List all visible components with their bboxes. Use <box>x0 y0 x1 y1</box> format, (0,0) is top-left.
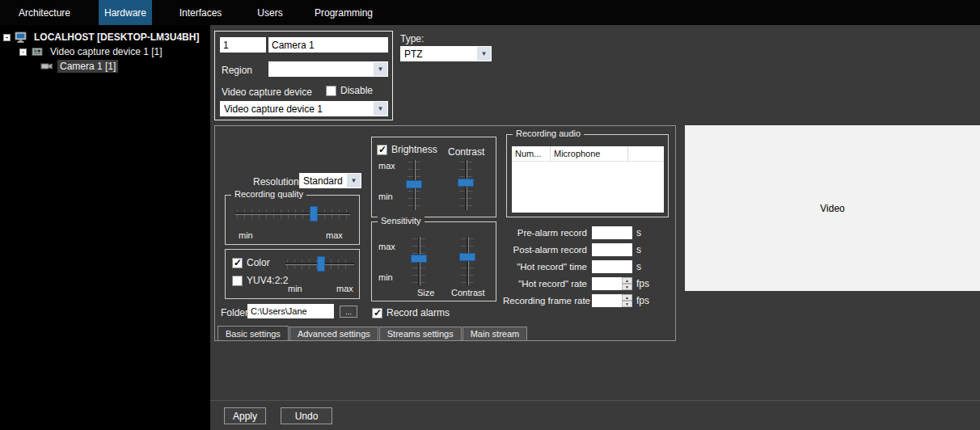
spinner: ▲▼ <box>622 277 632 290</box>
device-select-value: Video capture device 1 <box>224 103 323 115</box>
brightness-label: Brightness <box>391 144 437 155</box>
video-capture-device-label: Video capture device <box>222 86 312 98</box>
region-label: Region <box>222 65 252 76</box>
computer-icon <box>15 32 27 44</box>
color-group: Color YUV4:2:2 min max <box>225 249 360 299</box>
recording-audio-group: Recording audio Num... Microphone <box>506 134 669 217</box>
recording-frame-rate-label: Recording frame rate <box>503 296 589 306</box>
brightness-contrast-group: Brightness Contrast max min <box>371 137 496 217</box>
column-header-num[interactable]: Num... <box>512 146 551 161</box>
unit-label: fps <box>636 278 649 289</box>
chevron-down-icon: ▼ <box>374 62 387 76</box>
recording-quality-slider[interactable] <box>235 205 350 223</box>
recording-frame-rate-row: Recording frame rate ▲▼ fps <box>503 294 677 307</box>
settings-tab-strip: Basic settings Advanced settings Streams… <box>218 326 528 340</box>
recording-audio-table[interactable]: Num... Microphone <box>512 146 664 213</box>
nav-tab-architecture[interactable]: Architecture <box>0 0 89 25</box>
record-alarms-checkbox[interactable]: Record alarms <box>372 307 450 318</box>
region-select[interactable]: ▼ <box>268 61 388 77</box>
slider-thumb[interactable] <box>317 256 325 272</box>
collapse-icon[interactable]: - <box>3 34 11 41</box>
camera-name-input[interactable] <box>268 37 388 53</box>
application-window: Architecture Hardware Interfaces Users P… <box>0 0 980 430</box>
apply-button[interactable]: Apply <box>224 407 266 424</box>
spinner-down-icon[interactable]: ▼ <box>622 284 632 290</box>
nav-tab-interfaces[interactable]: Interfaces <box>152 0 249 25</box>
sensitivity-group: Sensitivity max min Size Contrast <box>371 221 496 301</box>
hot-record-time-label: "Hot record" time <box>503 262 589 272</box>
camera-identity-box: Region ▼ Video capture device Disable Vi… <box>214 31 393 120</box>
type-select-value: PTZ <box>404 48 423 60</box>
unit-label: s <box>636 261 641 272</box>
checkbox-box <box>232 276 243 286</box>
contrast-slider[interactable] <box>456 160 475 210</box>
spinner: ▲▼ <box>622 294 632 307</box>
recording-quality-title: Recording quality <box>231 189 306 199</box>
nav-tab-programming[interactable]: Programming <box>291 0 396 25</box>
hot-record-time-row: "Hot record" time s <box>503 260 677 273</box>
sensitivity-size-slider[interactable] <box>409 237 429 285</box>
yuv422-checkbox[interactable]: YUV4:2:2 <box>232 275 288 286</box>
folder-label: Folder <box>221 307 248 318</box>
tree-item-video-capture-device[interactable]: - Video capture device 1 [1] <box>19 44 210 59</box>
slider-thumb[interactable] <box>459 253 475 261</box>
brightness-checkbox[interactable]: Brightness <box>377 144 437 155</box>
spinner-up-icon[interactable]: ▲ <box>622 277 632 284</box>
recording-audio-title: Recording audio <box>513 129 584 138</box>
folder-input[interactable] <box>247 304 334 318</box>
tree-item-label: Camera 1 [1] <box>57 60 118 73</box>
slider-track <box>235 213 350 215</box>
brightness-slider[interactable] <box>404 160 424 210</box>
yuv422-label: YUV4:2:2 <box>247 275 288 286</box>
tree-item-localhost[interactable]: - LOCALHOST [DESKTOP-LM3U4BH] <box>3 30 210 44</box>
color-label: Color <box>247 257 270 268</box>
tab-streams-settings[interactable]: Streams settings <box>379 327 462 340</box>
slider-thumb[interactable] <box>411 255 427 263</box>
nav-tab-hardware[interactable]: Hardware <box>99 0 152 25</box>
video-capture-device-select[interactable]: Video capture device 1 ▼ <box>220 101 388 116</box>
main-content: Region ▼ Video capture device Disable Vi… <box>210 25 980 400</box>
resolution-select[interactable]: Standard ▼ <box>299 173 361 188</box>
tab-basic-settings[interactable]: Basic settings <box>218 326 289 340</box>
resolution-label: Resolution <box>253 176 299 188</box>
audio-table-header: Num... Microphone <box>512 146 664 162</box>
slider-thumb[interactable] <box>406 180 422 188</box>
tree-item-camera-1[interactable]: Camera 1 [1] <box>40 59 210 74</box>
max-label: max <box>378 242 395 251</box>
disable-checkbox[interactable]: Disable <box>326 85 373 96</box>
nav-tab-users[interactable]: Users <box>249 0 291 25</box>
chevron-down-icon: ▼ <box>347 174 361 188</box>
color-checkbox[interactable]: Color <box>232 257 270 268</box>
checkbox-box <box>326 86 336 96</box>
unit-label: s <box>636 244 641 255</box>
browse-folder-button[interactable]: ... <box>340 306 357 318</box>
slider-thumb[interactable] <box>458 179 474 187</box>
sensitivity-contrast-slider[interactable] <box>458 237 477 285</box>
tab-advanced-settings[interactable]: Advanced settings <box>289 327 378 340</box>
slider-thumb[interactable] <box>310 206 318 221</box>
undo-button[interactable]: Undo <box>281 407 332 424</box>
spinner-down-icon[interactable]: ▼ <box>622 301 632 307</box>
unit-label: s <box>636 227 641 238</box>
spinner-up-icon[interactable]: ▲ <box>622 294 632 301</box>
sensitivity-title: Sensitivity <box>378 216 425 226</box>
tab-main-stream[interactable]: Main stream <box>463 327 528 340</box>
pre-alarm-record-input[interactable] <box>592 226 632 239</box>
camera-number-input[interactable] <box>220 37 266 53</box>
device-tree-panel: - LOCALHOST [DESKTOP-LM3U4BH] - <box>0 25 210 430</box>
pre-alarm-record-label: Pre-alarm record <box>503 228 589 238</box>
column-header-microphone[interactable]: Microphone <box>551 146 628 161</box>
collapse-icon[interactable]: - <box>19 48 27 56</box>
min-label: min <box>378 272 393 282</box>
disable-label: Disable <box>340 85 373 96</box>
checkbox-box <box>372 308 382 318</box>
hot-record-time-input[interactable] <box>592 260 632 273</box>
post-alarm-record-input[interactable] <box>592 243 632 256</box>
checkbox-box <box>377 145 387 155</box>
type-select[interactable]: PTZ ▼ <box>400 46 492 61</box>
tree-item-label: LOCALHOST [DESKTOP-LM3U4BH] <box>32 31 201 44</box>
post-alarm-record-row: Post-alarm record s <box>503 243 677 256</box>
footer-bar: Apply Undo <box>210 400 980 430</box>
unit-label: fps <box>636 295 649 306</box>
color-slider[interactable] <box>285 255 354 273</box>
